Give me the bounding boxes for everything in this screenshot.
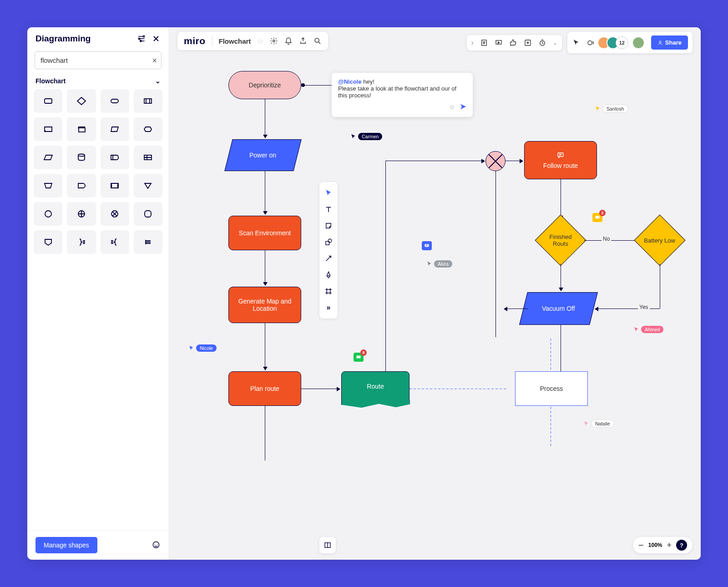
canvas[interactable]: miro Flowchart ☆ › ⌄	[169, 27, 701, 560]
shape-d[interactable]	[67, 174, 96, 197]
clear-search-icon[interactable]: ×	[152, 56, 157, 65]
send-icon[interactable]: ➤	[460, 101, 466, 111]
topbar: miro Flowchart ☆	[177, 32, 328, 50]
shape-shield[interactable]	[34, 230, 62, 254]
tool-sticky[interactable]	[321, 218, 336, 233]
collab-group: 12 Share	[567, 32, 693, 53]
more-chevrons-icon[interactable]: ⌄	[553, 40, 557, 46]
star-icon[interactable]: ☆	[257, 37, 263, 46]
zoom-in-button[interactable]: +	[667, 541, 672, 550]
node-power-on[interactable]: Power on	[224, 139, 301, 171]
node-vacuum-off[interactable]: Vacuum Off	[519, 292, 598, 325]
shape-circle-plus[interactable]	[67, 202, 96, 226]
shape-cylinder[interactable]	[67, 146, 96, 169]
search-input[interactable]	[35, 51, 162, 69]
shape-list-indent[interactable]	[134, 230, 162, 254]
shape-brace-right[interactable]	[67, 230, 96, 254]
close-icon[interactable]	[152, 34, 161, 43]
settings-sliders-icon[interactable]	[137, 34, 146, 43]
node-process[interactable]: Process	[515, 371, 588, 406]
emoji-icon[interactable]: ☺	[449, 103, 455, 110]
shape-table[interactable]	[134, 146, 162, 169]
shape-rounded-square[interactable]	[134, 202, 162, 226]
toolbar-vertical: »	[319, 182, 338, 319]
svg-rect-25	[558, 153, 563, 157]
comment-bubble-orange[interactable]: 2	[592, 213, 602, 222]
cursor-carmen: Carmen	[350, 133, 382, 140]
shape-diamond[interactable]	[67, 89, 96, 113]
avatar-count: 12	[616, 36, 628, 49]
tool-pen[interactable]	[321, 268, 336, 282]
svg-rect-3	[45, 99, 52, 103]
zoom-level: 100%	[648, 542, 662, 548]
comment-bubble-blue[interactable]	[422, 241, 432, 250]
present-icon[interactable]	[495, 39, 503, 47]
shape-trapezoid[interactable]	[101, 117, 129, 141]
chevron-right-icon[interactable]: ›	[471, 39, 474, 47]
follow-icon[interactable]	[586, 39, 595, 47]
tool-arrow[interactable]	[321, 251, 336, 266]
shape-halfpill[interactable]	[101, 146, 129, 169]
feedback-icon[interactable]	[152, 541, 161, 550]
bell-icon[interactable]	[284, 37, 293, 45]
node-battery-low[interactable]: Battery Low	[634, 214, 685, 266]
manage-shapes-button[interactable]: Manage shapes	[35, 537, 97, 553]
board-name[interactable]: Flowchart	[219, 37, 251, 45]
shape-grid	[27, 89, 169, 254]
shape-circle-x[interactable]	[101, 202, 129, 226]
chevron-down-icon: ⌄	[155, 77, 161, 85]
category-header[interactable]: Flowchart ⌄	[27, 75, 169, 89]
shape-stack[interactable]	[67, 117, 96, 141]
search-icon[interactable]	[313, 37, 322, 45]
search-wrap: ×	[35, 51, 162, 69]
comment-bubble-green[interactable]: 8	[354, 353, 364, 362]
shape-parallelogram[interactable]	[34, 146, 62, 169]
thumbsup-icon[interactable]	[509, 39, 517, 47]
frames-panel-icon[interactable]	[319, 537, 336, 553]
tool-shapes[interactable]	[321, 235, 336, 249]
shape-triangle-down[interactable]	[134, 174, 162, 197]
shape-rectangle[interactable]	[34, 89, 62, 113]
sidebar: Diagramming × Flowchart ⌄	[27, 27, 169, 560]
node-plan-route[interactable]: Plan route	[228, 371, 301, 406]
tool-select[interactable]	[321, 186, 336, 200]
shape-concave[interactable]	[101, 174, 129, 197]
cursor-akira: Akira	[426, 260, 452, 268]
shape-card[interactable]	[34, 117, 62, 141]
shape-trap-down[interactable]	[34, 174, 62, 197]
zoom-out-button[interactable]: −	[638, 540, 644, 551]
tool-more[interactable]: »	[321, 300, 336, 315]
svg-rect-12	[145, 211, 151, 217]
node-finished-routes[interactable]: Finished Routs	[535, 214, 586, 266]
tool-text[interactable]	[321, 202, 336, 217]
node-scan[interactable]: Scan Environment	[228, 216, 301, 250]
shape-predefined[interactable]	[134, 89, 162, 113]
shape-brace-left-lines[interactable]	[101, 230, 129, 254]
help-button[interactable]: ?	[676, 540, 687, 551]
note-icon[interactable]	[480, 39, 488, 47]
topbar-right: › ⌄ 12 Share	[467, 32, 693, 53]
cursor-icon[interactable]	[572, 39, 580, 47]
node-deprioritize[interactable]: Deprioritize	[228, 71, 301, 99]
export-icon[interactable]	[299, 37, 307, 45]
shape-hexagon[interactable]	[134, 117, 162, 141]
gear-icon[interactable]	[270, 37, 278, 45]
shape-circle[interactable]	[34, 202, 62, 226]
comment-body: Please take a look at the flowchart and …	[338, 85, 466, 99]
app-icon[interactable]	[524, 39, 532, 47]
svg-point-13	[153, 542, 159, 548]
svg-point-20	[588, 40, 592, 45]
node-route[interactable]: Route	[341, 371, 410, 401]
share-button[interactable]: Share	[651, 35, 688, 50]
avatars[interactable]: 12	[601, 36, 645, 49]
timer-icon[interactable]	[538, 39, 546, 47]
shape-pill[interactable]	[101, 89, 129, 113]
avatar	[632, 36, 645, 49]
tool-frame[interactable]	[321, 284, 336, 299]
node-summing[interactable]	[485, 151, 506, 171]
svg-rect-5	[144, 99, 152, 103]
node-follow-route[interactable]: Follow route	[524, 141, 597, 179]
node-generate-map[interactable]: Generate Map and Location	[228, 287, 301, 323]
comment-card[interactable]: @Nicole hey! Please take a look at the f…	[332, 73, 473, 117]
logo: miro	[184, 35, 206, 46]
